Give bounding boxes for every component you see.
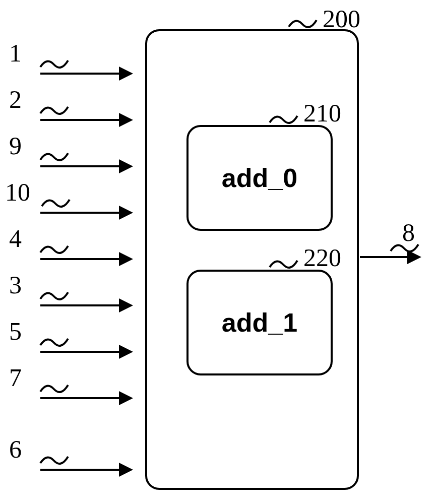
squiggle-icon (267, 110, 302, 128)
label-in3: 9 (9, 131, 22, 160)
block-add-1-text: add_1 (222, 307, 297, 338)
label-in6: 3 (9, 270, 22, 299)
squiggle-icon (267, 255, 302, 272)
label-out: 8 (402, 218, 415, 247)
input-arrow-8 (40, 397, 131, 399)
squiggle-icon (38, 333, 73, 350)
label-in8: 7 (9, 363, 22, 392)
input-arrow-5 (40, 258, 131, 260)
input-arrow-1 (40, 73, 131, 75)
squiggle-icon (38, 286, 73, 304)
label-block0: 210 (303, 98, 341, 128)
squiggle-icon (38, 451, 73, 468)
label-in9: 6 (9, 434, 22, 464)
input-arrow-9 (40, 469, 131, 471)
label-in2: 2 (9, 85, 22, 114)
squiggle-icon (38, 240, 73, 258)
squiggle-icon (38, 379, 73, 397)
label-in7: 5 (9, 317, 22, 346)
squiggle-icon (38, 147, 73, 165)
squiggle-icon (39, 194, 75, 211)
block-add-1: add_1 (186, 270, 333, 375)
squiggle-icon (38, 101, 73, 118)
label-in5: 4 (9, 224, 22, 253)
squiggle-icon (38, 54, 73, 72)
input-arrow-2 (40, 119, 131, 121)
label-in4: 10 (5, 177, 30, 207)
input-arrow-3 (40, 165, 131, 167)
output-arrow (360, 256, 419, 258)
block-add-0: add_0 (186, 125, 333, 231)
block-add-0-text: add_0 (222, 163, 297, 193)
input-arrow-4 (40, 212, 131, 214)
label-main: 200 (323, 4, 360, 33)
label-in1: 1 (9, 38, 22, 68)
label-block1: 220 (303, 243, 341, 272)
input-arrow-6 (40, 304, 131, 306)
input-arrow-7 (40, 351, 131, 353)
squiggle-icon (286, 14, 322, 32)
